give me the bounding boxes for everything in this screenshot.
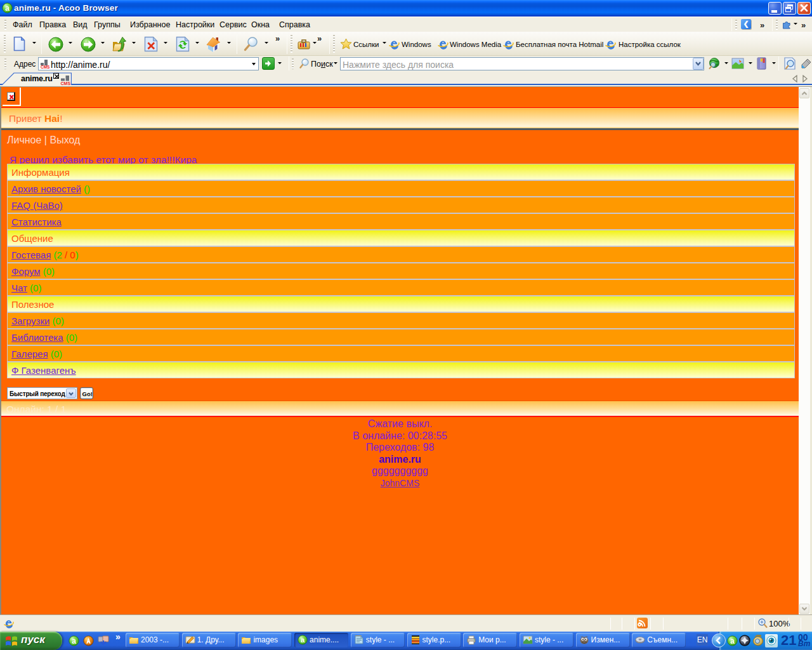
- svg-text:CMS: CMS: [61, 81, 71, 86]
- svg-text:a: a: [301, 636, 305, 644]
- svg-text:a: a: [730, 637, 735, 646]
- svg-text:a: a: [5, 4, 10, 13]
- svg-text:a: a: [72, 637, 76, 646]
- svg-text:CMS: CMS: [41, 65, 50, 69]
